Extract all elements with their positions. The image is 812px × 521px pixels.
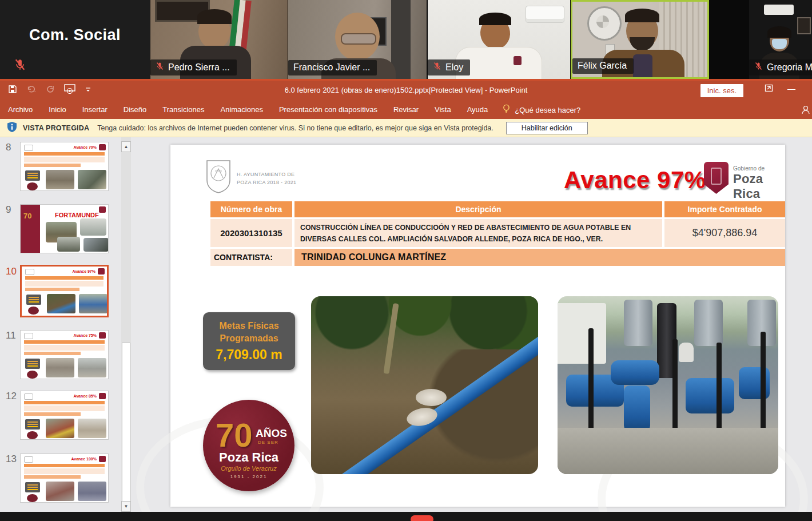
slide-thumbnail-9[interactable]: FORTAMUNDF	[20, 204, 109, 253]
tab-inicio[interactable]: Inicio	[41, 101, 74, 119]
participant-tile-felix[interactable]: Félix García	[571, 0, 709, 79]
mini-gob-logo	[99, 144, 106, 150]
share-person-icon[interactable]	[801, 105, 811, 117]
participant-name-tag: Gregoria Mig...	[749, 59, 812, 75]
mini-photo	[79, 294, 108, 313]
mini-table-header	[24, 340, 105, 344]
mini-photo	[46, 482, 74, 501]
meeting-control-red-button[interactable]	[411, 515, 433, 521]
anniversary-70-logo: 70 AÑOS DE SER Poza Rica Orgullo de Vera…	[203, 400, 294, 491]
scroll-up-button[interactable]: ▲	[121, 141, 131, 152]
participant-name-tag: Pedro Sierra ...	[150, 59, 237, 75]
mini-avance-label: Avance 97%	[72, 269, 95, 273]
participant-tile-com-social[interactable]: Com. Social	[0, 0, 150, 79]
metas-line2: Programadas	[220, 332, 278, 345]
mini-photo	[83, 238, 109, 252]
slide-thumbnail-11[interactable]: Avance 75%	[20, 330, 109, 379]
scroll-down-button[interactable]: ▼	[121, 501, 131, 512]
mini-contratista-row	[24, 164, 81, 167]
slide-thumbnail-12[interactable]: Avance 85%	[20, 391, 109, 440]
participant-name-tag: Francisco Javier ...	[288, 60, 377, 75]
participant-name: Com. Social	[0, 26, 150, 44]
tab-diseno[interactable]: Diseño	[116, 101, 154, 119]
metas-fisicas-box: Metas Físicas Programadas 7,709.00 m	[203, 312, 295, 370]
mini-contratista-row	[25, 288, 79, 291]
participant-tile-francisco[interactable]: Francisco Javier ...	[288, 0, 427, 79]
slide-number: 13	[6, 454, 21, 465]
cell-descripcion: CONSTRUCCIÓN LÍNEA DE CONDUCCIOÓN Y RED …	[294, 219, 662, 247]
participant-name-tag: Félix García	[572, 58, 634, 74]
photo-concrete-slab	[558, 428, 778, 474]
mini-metas-box	[25, 419, 40, 429]
mini-photo	[78, 482, 106, 501]
ribbon-tab-bar: Archivo Inicio Insertar Diseño Transicio…	[0, 101, 812, 119]
muted-mic-icon	[433, 62, 441, 73]
mini-logo	[24, 333, 33, 339]
mini-gob-logo	[99, 393, 106, 399]
mini-avance-label: Avance 70%	[73, 145, 97, 149]
slide-thumbnail-10-selected[interactable]: Avance 97%	[20, 265, 109, 317]
mini-metas-box	[25, 359, 40, 369]
tab-animaciones[interactable]: Animaciones	[212, 101, 270, 119]
mini-gob-logo	[99, 206, 106, 213]
poza-rica-label: Poza Rica	[733, 172, 785, 201]
photo-motor	[694, 300, 723, 346]
anniv-deser: DE SER	[258, 440, 278, 445]
mini-photo	[46, 170, 74, 189]
tab-presentacion[interactable]: Presentación con diapositivas	[271, 101, 385, 119]
mini-logo	[25, 269, 34, 275]
mini-table-row	[24, 468, 105, 474]
slide-number-selected: 10	[6, 266, 21, 277]
participant-tile-eloy[interactable]: Eloy	[428, 0, 570, 79]
mini-metas-box	[26, 295, 41, 305]
meeting-video-strip: Com. Social Pedro Sierra ...	[0, 0, 812, 79]
participant-name: Félix García	[578, 61, 627, 71]
slide-thumbnail-8[interactable]: Avance 70%	[20, 142, 109, 191]
face-mask	[772, 39, 787, 49]
participant-name: Eloy	[445, 62, 463, 73]
mini-logo	[24, 145, 33, 151]
tab-vista[interactable]: Vista	[427, 101, 459, 119]
anniv-anos: AÑOS	[256, 427, 287, 440]
mini-photo	[78, 170, 106, 189]
tab-archivo[interactable]: Archivo	[0, 101, 41, 119]
participant-tile-pedro[interactable]: Pedro Sierra ...	[150, 0, 288, 79]
mini-table-header	[25, 276, 104, 280]
mini-gob-logo	[98, 268, 105, 275]
sign-in-button[interactable]: Inic. ses.	[700, 84, 743, 97]
shirt-logo	[514, 56, 522, 65]
mini-avance-label: Avance 100%	[71, 457, 97, 461]
thumbnail-scrollbar: ▲ ▼	[121, 137, 131, 512]
mini-metas-box	[25, 170, 40, 181]
info-shield-icon	[7, 121, 17, 135]
glasses	[341, 33, 376, 45]
contratista-label: CONTRATISTA:	[210, 249, 292, 266]
participant-name-tag: Eloy	[428, 59, 470, 75]
slide-number: 11	[6, 330, 21, 341]
photo-sandbag	[416, 389, 447, 406]
powerpoint-titlebar: 6.0 febrero 2021 (obras de enero)1502.pp…	[0, 79, 812, 101]
hair	[625, 9, 659, 22]
org-name: H. AYUNTAMIENTO DE POZA RICA 2018 - 2021	[237, 171, 296, 186]
tab-transiciones[interactable]: Transiciones	[154, 101, 212, 119]
tab-ayuda[interactable]: Ayuda	[459, 101, 496, 119]
photo-pump-station	[558, 296, 778, 474]
tab-revisar[interactable]: Revisar	[385, 101, 427, 119]
mini-photo	[78, 419, 106, 438]
photo-motor	[624, 300, 652, 346]
tab-insertar[interactable]: Insertar	[74, 101, 116, 119]
mini-photo	[46, 358, 74, 377]
contratista-value: TRINIDAD COLUNGA MARTÍNEZ	[294, 249, 785, 266]
slide-thumbnail-13[interactable]: Avance 100%	[20, 454, 109, 503]
scrollbar-thumb[interactable]	[122, 343, 130, 508]
mini-maroon-band	[21, 205, 40, 253]
restore-window-icon[interactable]	[761, 84, 777, 94]
minimize-button[interactable]: —	[783, 84, 799, 93]
mini-contratista-row	[24, 475, 81, 479]
tell-me-box[interactable]: ¿Qué desea hacer?	[496, 104, 587, 116]
mini-logo	[24, 456, 33, 463]
cell-importe: $4'907,886.94	[664, 219, 785, 247]
enable-editing-button[interactable]: Habilitar edición	[506, 122, 588, 134]
slide-canvas[interactable]: H. AYUNTAMIENTO DE POZA RICA 2018 - 2021…	[170, 145, 785, 507]
participant-tile-gregoria[interactable]: Gregoria Mig...	[749, 0, 812, 79]
